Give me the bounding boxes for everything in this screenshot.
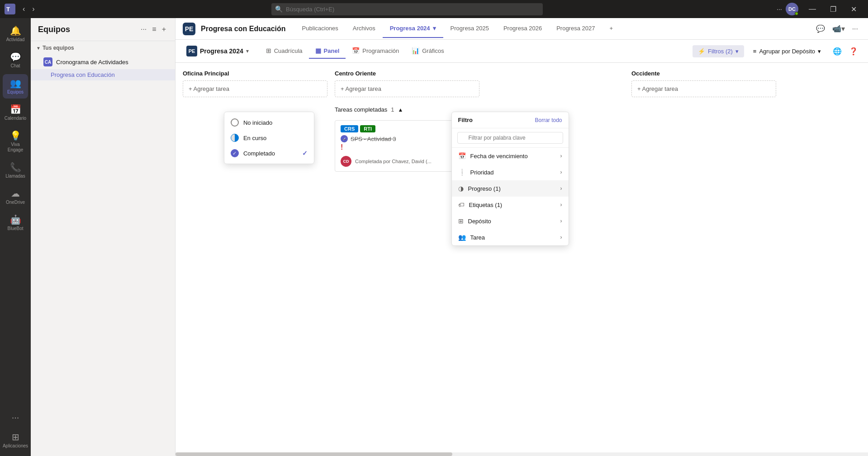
- search-icon: 🔍: [275, 5, 283, 13]
- team-name: Cronograma de Actividades: [56, 59, 128, 66]
- board-content: Oficina Principal + Agregar tarea Centro…: [175, 63, 868, 452]
- tab-progresa2026[interactable]: Progresa 2026: [496, 19, 549, 38]
- svg-text:T: T: [6, 6, 10, 13]
- planner-tabs: ⊞ Cuadrícula ▦ Panel 📅 Programación 📊 Gr…: [260, 43, 451, 59]
- progress-no-iniciado[interactable]: No iniciado: [224, 115, 314, 130]
- sidebar-item-calendario[interactable]: 📅 Calendario: [3, 100, 28, 125]
- group-chevron: ▼: [36, 46, 41, 51]
- chat-icon: 💬: [10, 52, 21, 62]
- channel-logo: PE: [183, 23, 195, 35]
- filter-item-deposito-left: ⊞ Depósito: [458, 217, 491, 225]
- filter-etiquetas-label: Etiquetas (1): [469, 202, 503, 208]
- filter-item-deposito[interactable]: ⊞ Depósito ›: [452, 213, 569, 229]
- tasks-completed-label: Tareas completadas: [335, 106, 387, 113]
- sidebar-label-aplicaciones: Aplicaciones: [3, 443, 28, 449]
- sidebar-label-chat: Chat: [10, 63, 20, 69]
- tag-crs: CRS: [341, 125, 358, 132]
- actividad-icon: 🔔: [10, 25, 21, 36]
- channel-header-actions: 💬 📹▾ ···: [813, 22, 861, 36]
- planner-icon-buttons: 🌐 ❓: [830, 44, 861, 58]
- tab-archivos[interactable]: Archivos: [346, 19, 383, 38]
- search-input[interactable]: [271, 3, 543, 15]
- planner-actions: ⚡ Filtros (2) ▾ ≡ Agrupar por Depósito ▾…: [693, 44, 861, 58]
- aplicaciones-icon: ⊞: [12, 432, 19, 442]
- nav-back-button[interactable]: ‹: [20, 3, 28, 15]
- restore-button[interactable]: ❐: [823, 0, 844, 18]
- tab-progresa2025[interactable]: Progresa 2025: [443, 19, 496, 38]
- sidebar-item-llamadas[interactable]: 📞 Llamadas: [3, 158, 28, 183]
- planner-tab-programacion[interactable]: 📅 Programación: [346, 43, 405, 59]
- titlebar-right: ··· DC — ❐ ✕: [777, 0, 864, 18]
- cuadricula-icon: ⊞: [266, 47, 271, 54]
- filter-item-progreso[interactable]: ◑ Progreso (1) ›: [452, 180, 569, 197]
- planner-plan-selector[interactable]: PE Progresa 2024 ▾: [183, 44, 252, 58]
- teams-filter-button[interactable]: ≡: [150, 24, 158, 35]
- panel-icon: ▦: [315, 47, 321, 54]
- filter-item-fecha[interactable]: 📅 Fecha de vencimiento ›: [452, 148, 569, 164]
- filter-items: 📅 Fecha de vencimiento › ❕ Prioridad ›: [452, 148, 569, 245]
- prioridad-icon: ❕: [458, 169, 466, 176]
- planner-tab-graficos[interactable]: 📊 Gráficos: [405, 43, 450, 59]
- sidebar-label-llamadas: Llamadas: [5, 174, 25, 179]
- teams-more-button[interactable]: ···: [139, 24, 148, 35]
- sidebar-item-actividad[interactable]: 🔔 Actividad: [3, 22, 28, 46]
- progress-completado[interactable]: ✓ Completado ✓: [224, 146, 314, 161]
- planner-tab-panel[interactable]: ▦ Panel: [309, 43, 346, 59]
- group-label: Tus equipos: [43, 45, 74, 51]
- group-by-button[interactable]: ≡ Agrupar por Depósito ▾: [748, 45, 826, 57]
- sidebar-item-bluebot[interactable]: 🤖 BlueBot: [3, 211, 28, 235]
- no-iniciado-icon: [231, 118, 239, 127]
- teams-group-header[interactable]: ▼ Tus equipos: [31, 41, 175, 55]
- nav-forward-button[interactable]: ›: [29, 3, 37, 15]
- etiquetas-icon: 🏷: [458, 201, 465, 208]
- channel-name: Progresa con Educación: [201, 25, 286, 33]
- help-button[interactable]: ❓: [846, 44, 861, 58]
- tab-publicaciones[interactable]: Publicaciones: [295, 19, 346, 38]
- filter-item-etiquetas-left: 🏷 Etiquetas (1): [458, 201, 503, 208]
- filter-deposito-label: Depósito: [468, 218, 491, 225]
- filter-clear-button[interactable]: Borrar todo: [535, 117, 562, 123]
- sidebar-label-bluebot: BlueBot: [7, 226, 23, 231]
- channel-chat-button[interactable]: 💬: [813, 22, 828, 36]
- filter-prioridad-chevron: ›: [560, 169, 562, 175]
- filter-title: Filtro: [458, 117, 473, 123]
- progress-en-curso[interactable]: En curso: [224, 130, 314, 146]
- tab-progresa2024[interactable]: Progresa 2024 ▾: [383, 19, 443, 38]
- sidebar-item-aplicaciones[interactable]: ⊞ Aplicaciones: [3, 428, 28, 452]
- add-task-occidente[interactable]: + Agregar tarea: [631, 80, 776, 97]
- teams-add-button[interactable]: +: [160, 24, 168, 35]
- tab-progresa2027[interactable]: Progresa 2027: [549, 19, 602, 38]
- sidebar-item-equipos[interactable]: 👥 Equipos: [3, 74, 28, 99]
- add-task-oficina[interactable]: + Agregar tarea: [183, 80, 327, 97]
- completado-icon: ✓: [231, 149, 239, 157]
- tab-add[interactable]: +: [602, 19, 620, 38]
- channel-video-button[interactable]: 📹▾: [830, 22, 848, 36]
- globe-button[interactable]: 🌐: [830, 44, 844, 58]
- minimize-button[interactable]: —: [802, 0, 823, 18]
- filter-item-etiquetas[interactable]: 🏷 Etiquetas (1) ›: [452, 197, 569, 213]
- filter-search-input[interactable]: [457, 132, 563, 144]
- filter-fecha-chevron: ›: [560, 153, 562, 159]
- sidebar-item-more[interactable]: ···: [3, 409, 28, 426]
- more-options-button[interactable]: ···: [777, 5, 782, 13]
- sidebar-label-calendario: Calendario: [5, 116, 26, 121]
- filter-item-prioridad[interactable]: ❕ Prioridad ›: [452, 164, 569, 180]
- filter-item-tarea-left: 👥 Tarea: [458, 234, 485, 241]
- filter-prioridad-label: Prioridad: [470, 169, 494, 176]
- teams-logo: T: [4, 3, 16, 15]
- sidebar-item-chat[interactable]: 💬 Chat: [3, 48, 28, 72]
- channel-more-button[interactable]: ···: [849, 22, 861, 36]
- team-cronograma[interactable]: CA Cronograma de Actividades: [31, 55, 175, 69]
- sub-team-progresa[interactable]: Progresa con Educación: [31, 69, 175, 80]
- board-scrollbar[interactable]: [175, 452, 868, 456]
- filter-item-tarea[interactable]: 👥 Tarea ›: [452, 229, 569, 245]
- sidebar-item-viva[interactable]: 💡 Viva Engage: [3, 127, 28, 156]
- planner-tab-cuadricula[interactable]: ⊞ Cuadrícula: [260, 43, 309, 59]
- sidebar-item-onedrive[interactable]: ☁ OneDrive: [3, 184, 28, 209]
- titlebar: T ‹ › 🔍 ··· DC — ❐ ✕: [0, 0, 868, 18]
- add-task-centro[interactable]: + Agregar tarea: [335, 80, 479, 97]
- sidebar-icons: 🔔 Actividad 💬 Chat 👥 Equipos 📅 Calendari…: [0, 18, 31, 456]
- filter-button[interactable]: ⚡ Filtros (2) ▾: [693, 45, 744, 57]
- online-indicator: [795, 12, 798, 15]
- close-button[interactable]: ✕: [844, 0, 864, 18]
